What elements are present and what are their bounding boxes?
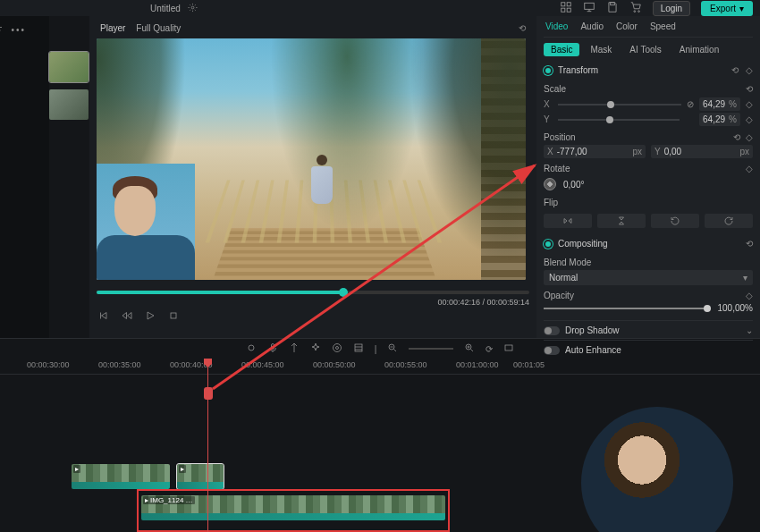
- effects-icon[interactable]: [310, 342, 321, 355]
- marker-icon[interactable]: [289, 342, 300, 355]
- flip-v-button[interactable]: [597, 214, 646, 228]
- tab-audio[interactable]: Audio: [580, 21, 604, 31]
- svg-point-8: [638, 11, 639, 13]
- rewind-button[interactable]: [122, 310, 132, 323]
- opacity-value[interactable]: 100,00%: [718, 303, 754, 313]
- opacity-slider[interactable]: [544, 308, 711, 309]
- export-button[interactable]: Export▾: [701, 1, 753, 16]
- save-icon[interactable]: [606, 1, 619, 15]
- timeline-clip[interactable]: ▸: [72, 464, 170, 489]
- reset-icon[interactable]: ⟲: [519, 23, 526, 33]
- tab-speed[interactable]: Speed: [650, 21, 676, 31]
- prev-frame-button[interactable]: [98, 310, 109, 323]
- settings-icon[interactable]: [332, 342, 342, 355]
- scale-x-slider[interactable]: [558, 104, 681, 106]
- ruler-tick: 00:00:50:00: [313, 360, 356, 369]
- position-label: Position: [544, 132, 576, 142]
- scale-x-value[interactable]: 64,29%: [699, 97, 740, 111]
- export-label: Export: [710, 4, 736, 13]
- flip-label: Flip: [544, 198, 558, 207]
- keyframe-icon[interactable]: ◇: [746, 132, 753, 142]
- blendmode-label: Blend Mode: [544, 258, 591, 267]
- layers-icon[interactable]: [353, 342, 364, 355]
- zoom-in-icon[interactable]: [464, 342, 475, 355]
- blendmode-select[interactable]: Normal▾: [544, 270, 753, 285]
- keyframe-icon[interactable]: ◇: [746, 65, 753, 75]
- timecode: 00:00:42:16 / 00:00:59:14: [97, 298, 529, 307]
- subtab-mask[interactable]: Mask: [583, 43, 619, 56]
- timeline-ruler[interactable]: 00:00:30:00 00:00:35:00 00:00:40:00 00:0…: [0, 359, 760, 375]
- rotate-ccw-button[interactable]: [651, 214, 699, 228]
- keyframe-icon[interactable]: ◇: [746, 114, 753, 124]
- reset-icon[interactable]: ⟲: [746, 84, 753, 94]
- tab-color[interactable]: Color: [616, 21, 638, 31]
- section-transform[interactable]: Transform ⟲◇: [544, 62, 753, 79]
- subtab-animation[interactable]: Animation: [672, 43, 726, 56]
- axis-y: Y: [544, 114, 553, 124]
- svg-rect-4: [567, 8, 570, 12]
- grid-icon[interactable]: [560, 1, 572, 15]
- reset-icon[interactable]: ⟲: [746, 239, 753, 249]
- zoom-slider[interactable]: [409, 348, 453, 350]
- timeline-clip[interactable]: ▸: [177, 464, 224, 489]
- login-button[interactable]: Login: [653, 1, 690, 16]
- svg-point-13: [333, 344, 341, 352]
- svg-rect-5: [584, 3, 594, 9]
- scale-y-value[interactable]: 64,29%: [699, 113, 740, 126]
- svg-point-10: [249, 345, 254, 350]
- position-y-input[interactable]: Y0,00px: [651, 145, 753, 158]
- reset-icon[interactable]: ⟲: [731, 65, 739, 75]
- stop-button[interactable]: [168, 310, 179, 323]
- tab-video[interactable]: Video: [545, 21, 568, 31]
- keyframe-icon[interactable]: ◇: [746, 164, 753, 173]
- scale-y-slider[interactable]: [558, 119, 680, 121]
- svg-rect-3: [561, 8, 564, 12]
- zoom-out-icon[interactable]: [387, 342, 398, 355]
- more-icon[interactable]: •••: [11, 25, 26, 38]
- reset-icon[interactable]: ⟲: [733, 132, 740, 142]
- autoenhance-label: Auto Enhance: [565, 345, 621, 355]
- svg-rect-14: [355, 344, 362, 351]
- section-compositing[interactable]: Compositing ⟲: [544, 235, 753, 252]
- scrub-handle[interactable]: [339, 288, 348, 297]
- timeline-clip[interactable]: ▸IMG_1124 …: [141, 495, 445, 520]
- preview-viewport[interactable]: [97, 38, 526, 280]
- scrub-bar[interactable]: [97, 291, 529, 294]
- svg-rect-6: [610, 3, 614, 5]
- fit-icon[interactable]: [503, 342, 514, 355]
- quality-select[interactable]: Full Quality: [136, 23, 181, 33]
- flip-h-button[interactable]: [544, 214, 592, 228]
- rotate-value[interactable]: 0,00°: [563, 180, 584, 190]
- play-button[interactable]: [145, 310, 156, 323]
- dropshadow-switch[interactable]: [544, 326, 560, 335]
- video-icon: ▸: [75, 465, 79, 473]
- subtab-aitools[interactable]: AI Tools: [622, 43, 668, 56]
- settings-icon[interactable]: [188, 3, 198, 14]
- ruler-tick: 00:00:45:00: [241, 360, 284, 369]
- ruler-tick: 00:01:05: [513, 360, 545, 369]
- autoenhance-switch[interactable]: [544, 346, 560, 355]
- redo-icon[interactable]: ⟳: [486, 344, 493, 354]
- filter-icon[interactable]: [0, 25, 4, 38]
- compositing-label: Compositing: [558, 239, 608, 249]
- transform-label: Transform: [558, 65, 598, 75]
- position-x-input[interactable]: X-777,00px: [544, 145, 646, 158]
- chevron-icon[interactable]: ⌄: [746, 325, 753, 335]
- media-thumb[interactable]: [49, 52, 89, 82]
- keyframe-icon[interactable]: ◇: [746, 291, 753, 300]
- record-icon[interactable]: [246, 342, 257, 355]
- keyframe-icon[interactable]: ◇: [746, 99, 753, 109]
- compositing-toggle[interactable]: [544, 240, 553, 249]
- opacity-label: Opacity: [544, 291, 574, 300]
- monitor-icon[interactable]: [583, 1, 595, 15]
- cart-icon[interactable]: [629, 1, 642, 15]
- playhead[interactable]: [207, 359, 208, 532]
- dropshadow-label: Drop Shadow: [565, 325, 620, 335]
- subtab-basic[interactable]: Basic: [544, 43, 579, 56]
- link-icon[interactable]: ⊘: [687, 99, 694, 109]
- mic-icon[interactable]: [267, 342, 278, 355]
- rotate-cw-button[interactable]: [705, 214, 753, 228]
- media-thumb[interactable]: [49, 89, 89, 120]
- transform-toggle[interactable]: [544, 66, 553, 75]
- rotate-dial[interactable]: [544, 178, 556, 190]
